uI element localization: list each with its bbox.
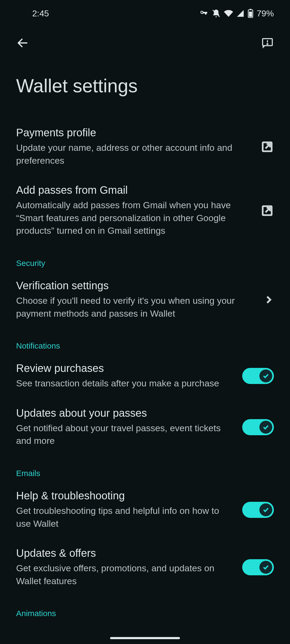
item-text: Updates & offers Get exclusive offers, p… xyxy=(16,547,231,587)
battery-icon xyxy=(248,9,253,18)
item-subtitle: Get troubleshooting tips and helpful inf… xyxy=(16,504,231,530)
updates-offers-toggle[interactable] xyxy=(242,559,274,575)
chevron-right-icon xyxy=(263,294,274,305)
updates-passes-toggle[interactable] xyxy=(242,419,274,435)
item-text: Help & troubleshooting Get troubleshooti… xyxy=(16,490,231,530)
check-icon xyxy=(262,372,270,380)
item-title: Payments profile xyxy=(16,127,250,139)
vpn-key-icon xyxy=(199,9,208,18)
page-title: Wallet settings xyxy=(0,59,290,118)
item-subtitle: Choose if you'll need to verify it's you… xyxy=(16,294,252,320)
feedback-icon xyxy=(261,36,274,49)
updates-passes-item[interactable]: Updates about your passes Get notified a… xyxy=(16,398,274,456)
nav-handle[interactable] xyxy=(110,637,180,639)
item-text: Verification settings Choose if you'll n… xyxy=(16,280,252,320)
check-icon xyxy=(262,564,270,571)
item-text: Payments profile Update your name, addre… xyxy=(16,127,250,167)
battery-percent: 79% xyxy=(257,9,274,19)
mute-icon xyxy=(212,9,221,18)
toggle-thumb xyxy=(259,369,272,382)
toggle-thumb xyxy=(259,503,272,516)
item-title: Updates about your passes xyxy=(16,407,231,419)
app-bar xyxy=(0,27,290,59)
item-subtitle: Automatically add passes from Gmail when… xyxy=(16,199,250,237)
updates-offers-item[interactable]: Updates & offers Get exclusive offers, p… xyxy=(16,539,274,596)
wifi-icon xyxy=(224,9,233,18)
review-purchases-toggle[interactable] xyxy=(242,368,274,384)
item-subtitle: Get exclusive offers, promotions, and up… xyxy=(16,562,231,587)
item-title: Updates & offers xyxy=(16,547,231,559)
svg-rect-2 xyxy=(250,9,252,10)
toggle-thumb xyxy=(259,561,272,574)
item-subtitle: See transaction details after you make a… xyxy=(16,377,231,390)
add-passes-gmail-item[interactable]: Add passes from Gmail Automatically add … xyxy=(16,175,274,246)
svg-point-7 xyxy=(267,43,268,44)
back-button[interactable] xyxy=(13,33,32,53)
item-text: Review purchases See transaction details… xyxy=(16,362,231,390)
item-title: Review purchases xyxy=(16,362,231,374)
svg-rect-3 xyxy=(249,12,252,17)
review-purchases-item[interactable]: Review purchases See transaction details… xyxy=(16,354,274,398)
signal-icon xyxy=(236,9,244,17)
section-security: Security xyxy=(16,246,274,271)
verification-settings-item[interactable]: Verification settings Choose if you'll n… xyxy=(16,271,274,328)
item-title: Add passes from Gmail xyxy=(16,184,250,196)
section-emails: Emails xyxy=(16,456,274,481)
item-text: Updates about your passes Get notified a… xyxy=(16,407,231,447)
toggle-thumb xyxy=(259,421,272,434)
item-subtitle: Get notified about your travel passes, e… xyxy=(16,422,231,447)
check-icon xyxy=(262,506,270,514)
settings-list: Payments profile Update your name, addre… xyxy=(0,118,290,621)
section-notifications: Notifications xyxy=(16,328,274,354)
arrow-left-icon xyxy=(16,36,29,49)
check-icon xyxy=(262,423,270,431)
feedback-button[interactable] xyxy=(258,33,277,53)
external-link-icon xyxy=(260,140,274,153)
payments-profile-item[interactable]: Payments profile Update your name, addre… xyxy=(16,118,274,175)
item-title: Help & troubleshooting xyxy=(16,490,231,502)
external-link-icon xyxy=(260,204,274,217)
item-subtitle: Update your name, address or other accou… xyxy=(16,141,250,167)
status-time: 2:45 xyxy=(32,9,49,19)
status-bar: 2:45 79% xyxy=(0,0,290,27)
help-troubleshooting-item[interactable]: Help & troubleshooting Get troubleshooti… xyxy=(16,481,274,539)
help-troubleshooting-toggle[interactable] xyxy=(242,502,274,518)
item-text: Add passes from Gmail Automatically add … xyxy=(16,184,250,237)
status-right: 79% xyxy=(199,9,274,19)
item-title: Verification settings xyxy=(16,280,252,292)
section-animations: Animations xyxy=(16,596,274,621)
